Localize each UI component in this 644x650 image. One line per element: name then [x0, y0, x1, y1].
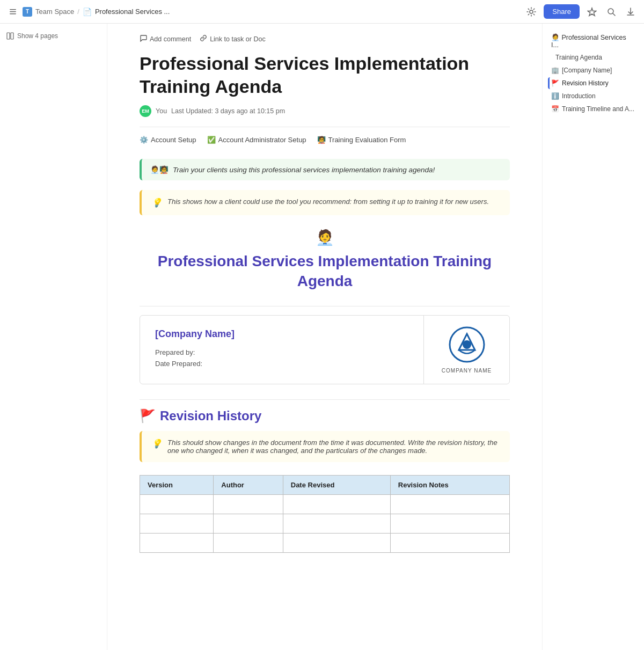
- author-name: You: [156, 107, 167, 115]
- table-cell: [214, 514, 283, 534]
- green-callout: 🧑‍💼🧑‍🏫 Train your clients using this pro…: [140, 159, 510, 180]
- breadcrumb-sep: /: [77, 8, 79, 16]
- account-setup-icon: ⚙️: [140, 136, 148, 144]
- add-comment-button[interactable]: Add comment: [140, 34, 191, 43]
- avatar: EM: [140, 105, 151, 117]
- last-updated: Last Updated: 3 days ago at 10:15 pm: [171, 107, 285, 115]
- svg-rect-7: [11, 33, 13, 39]
- outline-item-timeline[interactable]: 📅 Training Timeline and A...: [548, 103, 639, 115]
- comment-icon: [140, 34, 147, 43]
- revision-callout-text: This should show changes in the document…: [167, 439, 500, 455]
- star-button[interactable]: [585, 5, 599, 19]
- main-content: Add comment Link to task or Doc Professi…: [107, 24, 542, 650]
- account-setup-label: Account Setup: [151, 136, 196, 144]
- add-comment-label: Add comment: [150, 35, 191, 43]
- svg-rect-6: [7, 33, 10, 39]
- settings-button[interactable]: [524, 5, 538, 19]
- search-button[interactable]: [604, 5, 618, 19]
- revision-heading: 🚩 Revision History: [140, 408, 510, 423]
- table-cell: [390, 495, 509, 514]
- author-line: EM You Last Updated: 3 days ago at 10:15…: [140, 105, 510, 117]
- revision-callout: 💡 This should show changes in the docume…: [140, 431, 510, 462]
- outline-item-company[interactable]: 🏢 [Company Name]: [548, 64, 639, 76]
- table-row: [140, 495, 510, 514]
- show-pages-label: Show 4 pages: [17, 32, 58, 40]
- link-icon: [200, 34, 207, 43]
- yellow-callout-text: This shows how a client could use the to…: [167, 198, 489, 208]
- table-header-date-revised: Date Revised: [283, 476, 390, 495]
- yellow-callout: 💡 This shows how a client could use the …: [140, 190, 510, 215]
- sidebar-right: 🧑‍💼 Professional Services I... Training …: [542, 24, 644, 650]
- table-header-author: Author: [214, 476, 283, 495]
- doc-title: Professional Services Implementation Tra…: [140, 52, 472, 98]
- share-button[interactable]: Share: [544, 4, 580, 19]
- table-cell: [214, 534, 283, 553]
- download-button[interactable]: [624, 5, 638, 19]
- svg-rect-2: [10, 13, 16, 14]
- topbar-left: T Team Space / 📄 Professional Services .…: [6, 5, 170, 18]
- green-callout-emoji: 🧑‍💼🧑‍🏫: [150, 165, 169, 174]
- doc-toolbar: Add comment Link to task or Doc: [140, 34, 510, 43]
- center-title-emoji: 🧑‍💼: [316, 228, 334, 247]
- table-cell: [140, 514, 214, 534]
- sidebar-toggle-button[interactable]: [6, 5, 19, 18]
- prepared-by-field: Prepared by:: [155, 348, 408, 356]
- outline-item-intro[interactable]: ℹ️ Introduction: [548, 90, 639, 102]
- table-row: [140, 514, 510, 534]
- logo-text: COMPANY NAME: [442, 368, 492, 374]
- company-logo-box: COMPANY NAME: [423, 316, 509, 384]
- table-cell: [283, 514, 390, 534]
- outline-parent: 🧑‍💼 Professional Services I...: [548, 32, 639, 50]
- outline-item-revision[interactable]: 🚩 Revision History: [548, 77, 639, 89]
- doc-icon: 📄: [83, 8, 92, 16]
- divider-3: [140, 399, 510, 400]
- table-cell: [140, 534, 214, 553]
- svg-rect-0: [10, 9, 16, 10]
- table-row: [140, 534, 510, 553]
- outline-sub-label: Training Agenda: [555, 54, 602, 61]
- company-card: [Company Name] Prepared by: Date Prepare…: [140, 315, 510, 384]
- show-pages-button[interactable]: Show 4 pages: [6, 32, 58, 40]
- related-links: ⚙️ Account Setup ✅ Account Administrator…: [140, 136, 510, 144]
- company-logo: [448, 326, 486, 363]
- date-prepared-field: Date Prepared:: [155, 360, 408, 368]
- divider-2: [140, 306, 510, 306]
- table-cell: [283, 534, 390, 553]
- company-name: [Company Name]: [155, 328, 408, 340]
- table-cell: [214, 495, 283, 514]
- outline-timeline-label: Training Timeline and A...: [562, 105, 634, 113]
- svg-point-10: [463, 340, 471, 349]
- table-cell: [283, 495, 390, 514]
- revision-emoji: 🚩: [140, 408, 156, 423]
- info-icon: ℹ️: [551, 92, 559, 100]
- team-space-label[interactable]: Team Space: [35, 8, 74, 16]
- table-header-version: Version: [140, 476, 214, 495]
- revision-icon: 🚩: [551, 79, 559, 87]
- outline-training-agenda: Training Agenda: [548, 52, 639, 63]
- bulb-icon-2: 💡: [151, 439, 162, 455]
- outline-company-label: [Company Name]: [562, 67, 612, 74]
- svg-rect-1: [10, 11, 16, 12]
- account-setup-link[interactable]: ⚙️ Account Setup: [140, 136, 196, 144]
- training-eval-label: Training Evaluation Form: [328, 136, 406, 144]
- training-eval-icon: 🧑‍🏫: [317, 136, 326, 144]
- bulb-icon: 💡: [151, 198, 162, 208]
- outline-parent-icon: 🧑‍💼: [551, 34, 560, 41]
- account-admin-link[interactable]: ✅ Account Administrator Setup: [207, 136, 306, 144]
- link-task-button[interactable]: Link to task or Doc: [200, 34, 266, 43]
- company-info: [Company Name] Prepared by: Date Prepare…: [140, 316, 423, 384]
- table-cell: [140, 495, 214, 514]
- center-title: 🧑‍💼 Professional Services Implementation…: [140, 228, 510, 291]
- outline-revision-label: Revision History: [562, 79, 609, 87]
- table-cell: [390, 534, 509, 553]
- revision-table: Version Author Date Revised Revision Not…: [140, 475, 510, 553]
- center-block: 🧑‍💼 Professional Services Implementation…: [140, 228, 510, 291]
- training-eval-link[interactable]: 🧑‍🏫 Training Evaluation Form: [317, 136, 406, 144]
- green-callout-text: Train your clients using this profession…: [173, 166, 435, 174]
- team-icon: T: [23, 7, 32, 17]
- company-icon: 🏢: [551, 67, 559, 74]
- revision-heading-text: Revision History: [160, 408, 261, 423]
- table-cell: [390, 514, 509, 534]
- sidebar-left: Show 4 pages: [0, 24, 107, 650]
- account-admin-label: Account Administrator Setup: [218, 136, 306, 144]
